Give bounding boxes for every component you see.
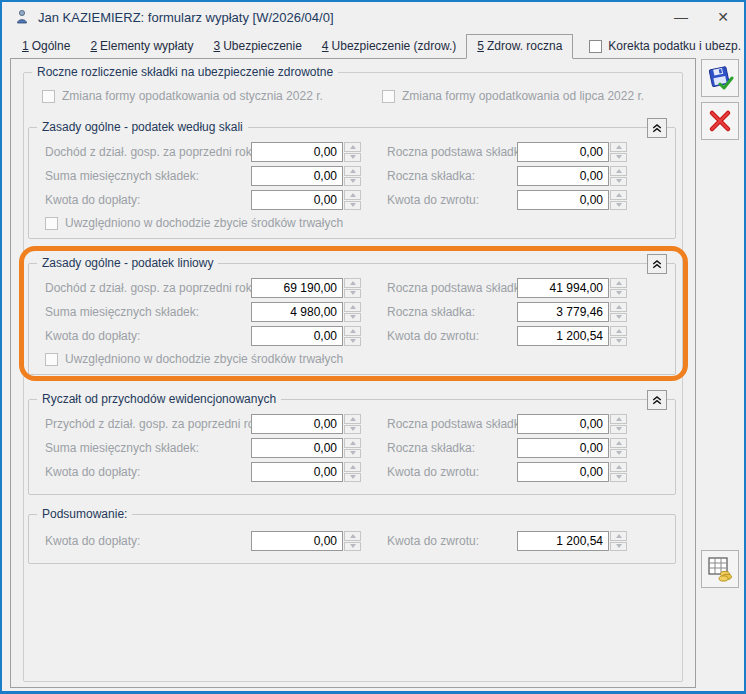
field-label: Suma miesięcznych składek: — [45, 169, 251, 183]
field-row: Suma miesięcznych składek: 0,00 Roczna s… — [45, 436, 675, 460]
suma-skladek-spinner[interactable]: 4 980,00 — [251, 302, 363, 322]
spin-down-button — [610, 425, 627, 435]
amount-value[interactable]: 0,00 — [517, 414, 609, 434]
kwota-doplaty-spinner[interactable]: 0,00 — [251, 190, 363, 210]
grid-with-coins-icon — [706, 555, 734, 583]
field-label: Roczna podstawa składki: — [387, 145, 517, 159]
field-row: Dochód z dział. gosp. za poprzedni rok: … — [45, 140, 675, 164]
group-zasady-ogolne-liniowy: Zasady ogólne - podatek liniowy Dochód z… — [28, 263, 676, 375]
amount-value[interactable]: 0,00 — [517, 462, 609, 482]
amount-value[interactable]: 0,00 — [517, 438, 609, 458]
tab-ogolne[interactable]: 1Ogólne — [12, 35, 80, 58]
field-row: Kwota do dopłaty: 0,00 Kwota do zwrotu: … — [45, 460, 675, 484]
field-label: Roczna podstawa składki: — [387, 281, 517, 295]
amount-value[interactable]: 41 994,00 — [517, 278, 609, 298]
amount-value[interactable]: 0,00 — [251, 531, 343, 551]
spinner-arrows — [610, 166, 627, 186]
amount-value[interactable]: 0,00 — [251, 462, 343, 482]
spin-up-button — [610, 414, 627, 424]
collapse-section-button[interactable] — [647, 118, 667, 138]
amount-value[interactable]: 0,00 — [251, 166, 343, 186]
tab-elementy-wyplaty[interactable]: 2Elementy wypłaty — [80, 35, 203, 58]
tab-ubezpieczenie[interactable]: 3Ubezpieczenie — [203, 35, 311, 58]
dialog-body: Roczne rozliczenie składki na ubezpiecze… — [2, 58, 744, 691]
spin-down-button — [610, 177, 627, 187]
podstawa-spinner[interactable]: 0,00 — [517, 142, 629, 162]
group-roczne-rozliczenie: Roczne rozliczenie składki na ubezpiecze… — [23, 72, 683, 682]
field-label: Kwota do dopłaty: — [45, 534, 251, 548]
amount-value[interactable]: 3 779,46 — [517, 302, 609, 322]
field-row: Suma miesięcznych składek: 0,00 Roczna s… — [45, 164, 675, 188]
kwota-doplaty-spinner[interactable]: 0,00 — [251, 531, 363, 551]
save-button[interactable] — [701, 59, 739, 97]
amount-value[interactable]: 0,00 — [517, 166, 609, 186]
spin-up-button — [344, 531, 361, 541]
spin-up-button — [610, 142, 627, 152]
window-title: Jan KAZIEMIERZ: formularz wypłaty [W/202… — [38, 10, 334, 25]
kwota-doplaty-spinner[interactable]: 0,00 — [251, 326, 363, 346]
amount-value[interactable]: 0,00 — [251, 414, 343, 434]
amount-value[interactable]: 69 190,00 — [251, 278, 343, 298]
amount-value[interactable]: 0,00 — [251, 142, 343, 162]
dochod-spinner[interactable]: 69 190,00 — [251, 278, 363, 298]
spinner-arrows — [610, 438, 627, 458]
amount-value[interactable]: 0,00 — [517, 190, 609, 210]
collapse-section-button[interactable] — [647, 254, 667, 274]
payment-scheme-button[interactable] — [701, 550, 739, 588]
roczna-skladka-spinner[interactable]: 3 779,46 — [517, 302, 629, 322]
spin-down-button — [610, 542, 627, 552]
roczna-skladka-spinner[interactable]: 0,00 — [517, 438, 629, 458]
roczna-skladka-spinner[interactable]: 0,00 — [517, 166, 629, 186]
field-label: Kwota do zwrotu: — [387, 465, 517, 479]
kwota-doplaty-spinner[interactable]: 0,00 — [251, 462, 363, 482]
close-button[interactable]: ✕ — [702, 3, 744, 31]
amount-value[interactable]: 1 200,54 — [517, 326, 609, 346]
spin-down-button — [610, 201, 627, 211]
field-row: Kwota do dopłaty: 0,00 Kwota do zwrotu: … — [45, 529, 675, 553]
amount-value[interactable]: 0,00 — [251, 326, 343, 346]
checkbox-label: Zmiana formy opodatkowania od stycznia 2… — [62, 89, 323, 103]
dochod-spinner[interactable]: 0,00 — [251, 142, 363, 162]
kwota-zwrotu-spinner[interactable]: 1 200,54 — [517, 326, 629, 346]
tab-number: 4 — [322, 39, 329, 53]
suma-skladek-spinner[interactable]: 0,00 — [251, 166, 363, 186]
spin-up-button — [344, 142, 361, 152]
tab-zdrow-roczna[interactable]: 5Zdrow. roczna — [466, 34, 573, 59]
kwota-zwrotu-spinner[interactable]: 1 200,54 — [517, 531, 629, 551]
przychod-spinner[interactable]: 0,00 — [251, 414, 363, 434]
collapse-section-button[interactable] — [647, 390, 667, 410]
tab-ubezpieczenie-zdrow[interactable]: 4Ubezpieczenie (zdrow.) — [312, 35, 466, 58]
amount-value[interactable]: 0,00 — [251, 190, 343, 210]
checkbox-box — [382, 90, 395, 103]
field-label: Kwota do dopłaty: — [45, 329, 251, 343]
field-label: Roczna składka: — [387, 305, 517, 319]
spin-down-button — [344, 337, 361, 347]
checkbox-box[interactable] — [589, 40, 602, 53]
spin-down-button — [344, 153, 361, 163]
uwzgledniono-zbycie-checkbox: Uwzględniono w dochodzie zbycie środków … — [45, 216, 675, 230]
zmiana-formy-lipca-checkbox: Zmiana formy opodatkowania od lipca 2022… — [382, 89, 682, 103]
spin-up-button — [344, 190, 361, 200]
korekta-checkbox[interactable]: Korekta podatku i ubezp. — [589, 39, 741, 53]
cancel-button[interactable] — [701, 102, 739, 140]
kwota-zwrotu-spinner[interactable]: 0,00 — [517, 190, 629, 210]
field-label: Kwota do dopłaty: — [45, 465, 251, 479]
amount-value[interactable]: 4 980,00 — [251, 302, 343, 322]
podstawa-spinner[interactable]: 0,00 — [517, 414, 629, 434]
spin-down-button — [344, 201, 361, 211]
spin-down-button — [610, 473, 627, 483]
amount-value[interactable]: 0,00 — [517, 142, 609, 162]
payout-form-dialog: Jan KAZIEMIERZ: formularz wypłaty [W/202… — [0, 0, 746, 694]
spin-up-button — [610, 302, 627, 312]
field-label: Dochód z dział. gosp. za poprzedni rok: — [45, 145, 251, 159]
suma-skladek-spinner[interactable]: 0,00 — [251, 438, 363, 458]
zmiana-formy-stycznia-checkbox: Zmiana formy opodatkowania od stycznia 2… — [42, 89, 382, 103]
amount-value[interactable]: 0,00 — [251, 438, 343, 458]
checkbox-box — [45, 353, 58, 366]
kwota-zwrotu-spinner[interactable]: 0,00 — [517, 462, 629, 482]
field-row: Kwota do dopłaty: 0,00 Kwota do zwrotu: … — [45, 324, 675, 348]
minimize-button[interactable]: — — [660, 3, 702, 31]
group-podsumowanie: Podsumowanie: Kwota do dopłaty: 0,00 Kwo… — [28, 514, 676, 564]
amount-value[interactable]: 1 200,54 — [517, 531, 609, 551]
podstawa-spinner[interactable]: 41 994,00 — [517, 278, 629, 298]
